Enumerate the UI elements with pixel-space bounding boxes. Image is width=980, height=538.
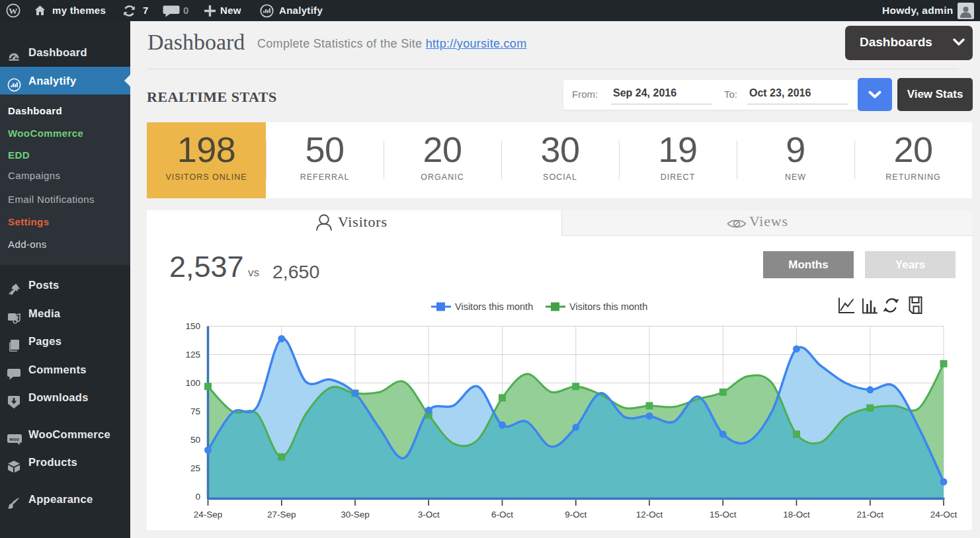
svg-text:75: 75 — [190, 406, 200, 416]
svg-text:15-Oct: 15-Oct — [710, 510, 737, 519]
svg-text:50: 50 — [190, 435, 200, 445]
svg-text:0: 0 — [195, 492, 200, 502]
svg-text:woo: woo — [9, 436, 19, 441]
svg-text:6-Oct: 6-Oct — [491, 510, 513, 519]
svg-text:100: 100 — [185, 378, 200, 388]
svg-text:30-Sep: 30-Sep — [341, 510, 370, 519]
svg-text:150: 150 — [185, 321, 200, 331]
svg-text:24-Sep: 24-Sep — [194, 510, 223, 519]
svg-text:24-Oct: 24-Oct — [930, 510, 958, 519]
svg-text:9-Oct: 9-Oct — [565, 510, 587, 519]
svg-text:W: W — [9, 6, 18, 16]
svg-text:125: 125 — [185, 350, 200, 360]
svg-text:25: 25 — [190, 463, 200, 473]
svg-text:12-Oct: 12-Oct — [636, 510, 663, 519]
svg-text:18-Oct: 18-Oct — [783, 510, 810, 519]
svg-text:27-Sep: 27-Sep — [267, 510, 296, 519]
svg-text:3-Oct: 3-Oct — [418, 510, 440, 519]
svg-text:21-Oct: 21-Oct — [857, 510, 884, 519]
